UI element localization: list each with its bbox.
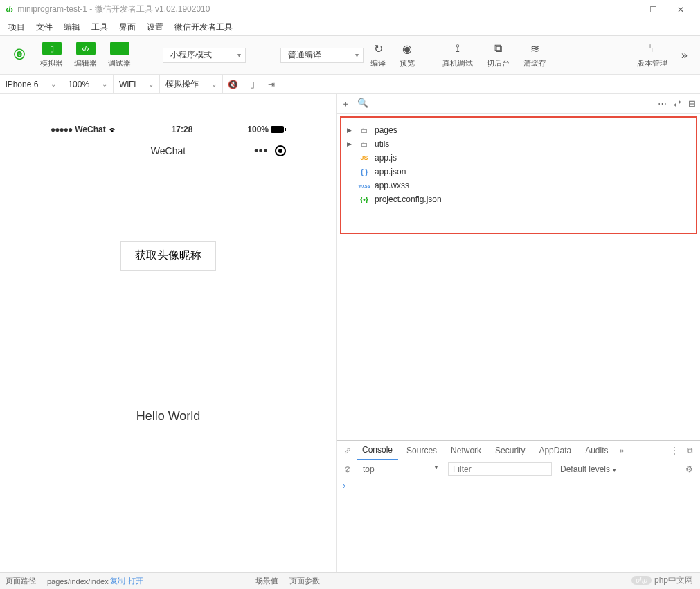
- folder-icon: 🗀: [358, 141, 370, 148]
- console-settings-icon[interactable]: ⚙: [683, 464, 696, 474]
- bug-icon: ⋯: [110, 42, 129, 55]
- tab-sources[interactable]: Sources: [401, 442, 442, 460]
- tab-audits[interactable]: Audits: [580, 442, 613, 460]
- background-button[interactable]: ⧉ 切后台: [480, 40, 517, 70]
- network-select[interactable]: WiFi⌄: [114, 75, 160, 93]
- clear-console-icon[interactable]: ⊘: [341, 464, 354, 474]
- mode-select[interactable]: 小程序模式: [163, 48, 246, 63]
- tab-security[interactable]: Security: [490, 442, 530, 460]
- more-icon[interactable]: ⋯: [658, 98, 667, 109]
- compile-button[interactable]: ↻ 编译: [364, 40, 393, 70]
- editor-toggle[interactable]: ‹/› 编辑器: [70, 40, 101, 70]
- filter-input[interactable]: [448, 462, 552, 476]
- toolbar: ⓔ ▯ 模拟器 ‹/› 编辑器 ⋯ 调试器 小程序模式 普通编译 ↻ 编译 ◉ …: [0, 36, 700, 75]
- caret-icon: ▶: [347, 141, 354, 147]
- js-icon: JS: [358, 154, 370, 161]
- watermark: php php中文网: [631, 574, 693, 586]
- exit-icon[interactable]: ⇥: [262, 80, 281, 89]
- tab-console[interactable]: Console: [357, 441, 398, 460]
- file-app-js[interactable]: JS app.js: [344, 151, 693, 165]
- maximize-button[interactable]: ☐: [639, 0, 667, 19]
- menu-devtools[interactable]: 微信开发者工具: [169, 20, 238, 35]
- device-select[interactable]: iPhone 6⌄: [0, 75, 62, 93]
- inspect-icon[interactable]: ⬀: [341, 446, 354, 455]
- devtools-menu-icon[interactable]: ⋮: [667, 446, 681, 455]
- open-link[interactable]: 打开: [128, 576, 143, 586]
- antenna-icon: ⟟: [456, 42, 460, 55]
- page-path-value: pages/index/index: [47, 577, 109, 586]
- svg-rect-1: [285, 128, 286, 131]
- wifi-icon: [107, 126, 117, 133]
- tab-appdata[interactable]: AppData: [533, 442, 577, 460]
- console-output[interactable]: ›: [337, 478, 700, 576]
- wxss-icon: wxss: [358, 183, 370, 188]
- time-label: 17:28: [117, 125, 248, 134]
- carrier-label: WeChat: [75, 125, 105, 134]
- debugger-toggle[interactable]: ⋯ 调试器: [104, 40, 135, 70]
- menu-settings[interactable]: 设置: [141, 20, 169, 35]
- file-app-wxss[interactable]: wxss app.wxss: [344, 179, 693, 192]
- get-avatar-button[interactable]: 获取头像昵称: [120, 241, 216, 271]
- levels-select[interactable]: Default levels: [557, 463, 620, 475]
- clear-cache-button[interactable]: ≋ 清缓存: [517, 40, 553, 70]
- remote-debug-button[interactable]: ⟟ 真机调试: [436, 40, 480, 70]
- devtools-dock-icon[interactable]: ⧉: [684, 446, 696, 455]
- zoom-select[interactable]: 100%⌄: [62, 75, 114, 93]
- main-area: ●●●●● WeChat 17:28 100% WeChat •••: [0, 94, 700, 589]
- eye-icon: ◉: [402, 42, 412, 55]
- simulator-pane: ●●●●● WeChat 17:28 100% WeChat •••: [0, 94, 336, 589]
- mock-action-select[interactable]: 模拟操作⌄: [160, 75, 223, 93]
- file-project-config[interactable]: {•} project.config.json: [344, 192, 693, 206]
- menu-project[interactable]: 项目: [3, 20, 30, 35]
- logo-icon: ⓔ: [10, 48, 29, 62]
- menu-dots-icon[interactable]: •••: [254, 145, 268, 157]
- branch-icon: ⑂: [649, 42, 656, 55]
- statusbar: 页面路径 pages/index/index 复制 打开 场景值 页面参数: [0, 572, 700, 589]
- copy-link[interactable]: 复制: [110, 576, 125, 586]
- add-file-icon[interactable]: ＋: [341, 98, 350, 110]
- simulator-toggle[interactable]: ▯ 模拟器: [36, 40, 67, 70]
- tabs-more-icon[interactable]: »: [617, 446, 627, 455]
- folder-utils[interactable]: ▶ 🗀 utils: [344, 137, 693, 151]
- menu-interface[interactable]: 界面: [114, 20, 141, 35]
- hello-text: Hello World: [136, 409, 201, 424]
- search-icon[interactable]: 🔍: [357, 98, 368, 110]
- compile-select[interactable]: 普通编译: [280, 48, 364, 63]
- explorer-toolbar: ＋ 🔍 ⋯ ⇄ ⊟: [337, 94, 700, 114]
- version-mgmt-button[interactable]: ⑂ 版本管理: [630, 40, 674, 70]
- devtools: ⬀ Console Sources Network Security AppDa…: [337, 440, 700, 589]
- menu-tools[interactable]: 工具: [86, 20, 114, 35]
- menu-edit[interactable]: 编辑: [58, 20, 86, 35]
- close-button[interactable]: ✕: [667, 0, 694, 19]
- collapse-icon[interactable]: ⇄: [674, 98, 681, 109]
- file-tree: ▶ 🗀 pages ▶ 🗀 utils JS app.js { } app.js…: [340, 116, 697, 234]
- phone-icon: ▯: [42, 42, 62, 55]
- stack-icon: ≋: [530, 42, 539, 55]
- config-icon: {•}: [358, 196, 370, 203]
- page-icon[interactable]: ▯: [242, 80, 262, 89]
- simulator: ●●●●● WeChat 17:28 100% WeChat •••: [0, 94, 336, 589]
- console-prompt-icon: ›: [343, 481, 345, 491]
- mute-icon[interactable]: 🔇: [223, 80, 242, 89]
- toolbar-more[interactable]: »: [674, 47, 694, 64]
- layers-icon: ⧉: [494, 42, 502, 55]
- folder-icon: 🗀: [358, 127, 370, 134]
- minimize-button[interactable]: ─: [611, 0, 639, 19]
- console-filter-bar: ⊘ top Default levels ⚙: [337, 460, 700, 478]
- logo-button[interactable]: ⓔ: [6, 47, 33, 64]
- menu-file[interactable]: 文件: [30, 20, 58, 35]
- window-title: miniprogram-test-1 - 微信开发者工具 v1.02.19020…: [17, 3, 210, 15]
- target-icon[interactable]: [275, 145, 286, 156]
- titlebar: ‹/› miniprogram-test-1 - 微信开发者工具 v1.02.1…: [0, 0, 700, 19]
- preview-button[interactable]: ◉ 预览: [393, 40, 422, 70]
- split-icon[interactable]: ⊟: [688, 98, 696, 109]
- menubar: 项目 文件 编辑 工具 界面 设置 微信开发者工具: [0, 19, 700, 36]
- battery-indicator: 100%: [247, 125, 286, 134]
- chevrons-icon: »: [681, 48, 688, 62]
- phone-nav-bar: WeChat •••: [44, 137, 293, 165]
- tab-network[interactable]: Network: [445, 442, 487, 460]
- folder-pages[interactable]: ▶ 🗀 pages: [344, 123, 693, 137]
- context-select[interactable]: top: [359, 462, 442, 476]
- page-path-label: 页面路径: [6, 576, 36, 586]
- file-app-json[interactable]: { } app.json: [344, 165, 693, 179]
